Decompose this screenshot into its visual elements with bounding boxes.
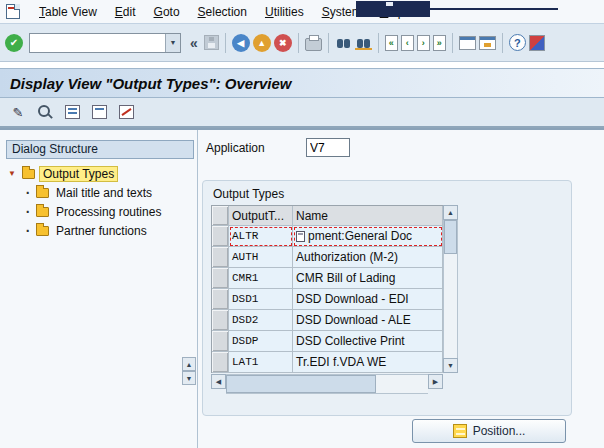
column-header-name[interactable]: Name: [293, 206, 443, 226]
cell-name[interactable]: Tr.EDI f.VDA WE: [293, 352, 443, 373]
folder-icon: [36, 207, 49, 217]
output-types-table: OutputT... Name ALTR pment:General Doc A…: [211, 205, 443, 373]
find-next-icon[interactable]: [355, 36, 372, 50]
cell-name[interactable]: DSD Download - ALE: [293, 310, 443, 331]
cell-output-type[interactable]: DSD1: [229, 289, 293, 310]
choose-detail-icon[interactable]: [35, 103, 55, 121]
folder-icon: [22, 169, 35, 179]
save-icon[interactable]: [204, 35, 219, 50]
command-input[interactable]: [30, 35, 165, 51]
exit-icon[interactable]: ▲: [253, 34, 271, 52]
table-row: AUTH Authorization (M-2): [212, 247, 443, 268]
cell-output-type[interactable]: AUTH: [229, 247, 293, 268]
new-session-icon[interactable]: [459, 36, 476, 50]
first-page-icon[interactable]: «: [385, 35, 398, 51]
cell-output-type[interactable]: LAT1: [229, 352, 293, 373]
scroll-left-icon[interactable]: ◀: [211, 374, 226, 389]
menu-artifact-box: [356, 1, 430, 17]
cell-name[interactable]: pment:General Doc: [293, 226, 443, 247]
page-title: Display View "Output Types": Overview: [10, 75, 292, 92]
row-selector[interactable]: [212, 289, 229, 310]
cell-name[interactable]: Authorization (M-2): [293, 247, 443, 268]
sap-window: Table View Edit Goto Selection Utilities…: [0, 0, 604, 448]
hide-command-field-icon[interactable]: «: [190, 35, 198, 51]
row-selector[interactable]: [212, 268, 229, 289]
cell-output-type[interactable]: DSDP: [229, 331, 293, 352]
menu-goto[interactable]: Goto: [145, 1, 189, 23]
cell-output-type[interactable]: ALTR: [229, 226, 293, 247]
tree-item-processing-routines[interactable]: · Processing routines: [6, 202, 196, 221]
scroll-up-icon[interactable]: ▲: [443, 205, 458, 220]
tree-item-output-types[interactable]: ▼ Output Types: [6, 164, 196, 183]
dialog-structure-tree: ▼ Output Types · Mail title and texts · …: [6, 164, 196, 240]
find-icon[interactable]: [335, 36, 352, 50]
scrollbar-track[interactable]: [443, 220, 458, 358]
select-block-icon[interactable]: [92, 105, 107, 119]
scroll-down-icon[interactable]: ▼: [182, 371, 196, 385]
customize-layout-icon[interactable]: [529, 35, 545, 51]
table-vertical-scrollbar[interactable]: ▲ ▼: [443, 205, 458, 373]
help-icon[interactable]: ?: [509, 34, 526, 51]
standard-toolbar: ✔ ▼ « ◀ ▲ ✖ « ‹ › » ?: [0, 24, 604, 62]
select-all-icon[interactable]: [65, 105, 80, 119]
group-title: Output Types: [213, 187, 284, 201]
tree-item-partner-functions[interactable]: · Partner functions: [6, 221, 196, 240]
row-selector[interactable]: [212, 247, 229, 268]
menu-utilities[interactable]: Utilities: [256, 1, 313, 23]
back-icon[interactable]: ◀: [232, 34, 250, 52]
panel-splitter[interactable]: [197, 130, 198, 448]
table-row: ALTR pment:General Doc: [212, 226, 443, 247]
menu-selection[interactable]: Selection: [189, 1, 256, 23]
cell-name[interactable]: CMR Bill of Lading: [293, 268, 443, 289]
scrollbar-thumb[interactable]: [444, 220, 457, 254]
scroll-up-icon[interactable]: ▲: [182, 357, 196, 371]
position-icon: [453, 424, 467, 438]
menu-artifact-line: [430, 8, 558, 10]
next-page-icon[interactable]: ›: [417, 35, 430, 51]
scroll-right-icon[interactable]: ▶: [428, 374, 443, 389]
table-horizontal-scrollbar[interactable]: ◀ ▶: [211, 374, 443, 389]
output-types-group: Output Types OutputT... Name ALTR pment:…: [202, 180, 572, 416]
table-row: DSD1 DSD Download - EDI: [212, 289, 443, 310]
cell-name[interactable]: DSD Download - EDI: [293, 289, 443, 310]
tree-item-label: Output Types: [39, 166, 118, 182]
menu-bar: Table View Edit Goto Selection Utilities…: [0, 0, 604, 24]
column-header-outputtype[interactable]: OutputT...: [229, 206, 293, 226]
application-input[interactable]: [306, 138, 350, 157]
table-header-row: OutputT... Name: [212, 206, 443, 226]
last-page-icon[interactable]: »: [433, 35, 446, 51]
scroll-down-icon[interactable]: ▼: [443, 358, 458, 373]
cancel-icon[interactable]: ✖: [274, 34, 292, 52]
previous-page-icon[interactable]: ‹: [401, 35, 414, 51]
selector-header[interactable]: [212, 206, 229, 226]
menu-table-view[interactable]: Table View: [30, 1, 106, 23]
row-selector[interactable]: [212, 331, 229, 352]
menu-edit[interactable]: Edit: [106, 1, 145, 23]
cell-output-type[interactable]: DSD2: [229, 310, 293, 331]
cell-name[interactable]: DSD Collective Print: [293, 331, 443, 352]
scrollbar-thumb[interactable]: [226, 375, 376, 393]
create-shortcut-icon[interactable]: [479, 36, 496, 50]
tree-item-mail-title[interactable]: · Mail title and texts: [6, 183, 196, 202]
title-bar: Display View "Output Types": Overview: [0, 68, 604, 98]
position-button-label: Position...: [473, 424, 526, 438]
display-change-icon[interactable]: ✎: [8, 103, 28, 121]
row-selector[interactable]: [212, 310, 229, 331]
print-icon[interactable]: [305, 38, 322, 51]
row-selector[interactable]: [212, 226, 229, 247]
toolbar-separator: [298, 33, 299, 53]
position-button[interactable]: Position...: [412, 419, 566, 443]
row-selector[interactable]: [212, 352, 229, 373]
cell-output-type[interactable]: CMR1: [229, 268, 293, 289]
deselect-all-icon[interactable]: [119, 105, 134, 119]
tree-bullet-icon: ·: [24, 185, 32, 201]
command-field: ▼: [29, 33, 181, 53]
toolbar-separator: [502, 33, 503, 53]
tree-expanded-icon[interactable]: ▼: [8, 169, 18, 178]
scrollbar-track[interactable]: [226, 374, 428, 394]
screen-menu-icon[interactable]: [6, 4, 20, 19]
table-row: DSD2 DSD Download - ALE: [212, 310, 443, 331]
enter-icon[interactable]: ✔: [5, 34, 23, 52]
command-dropdown-icon[interactable]: ▼: [165, 34, 180, 52]
tree-item-label: Mail title and texts: [53, 186, 155, 200]
